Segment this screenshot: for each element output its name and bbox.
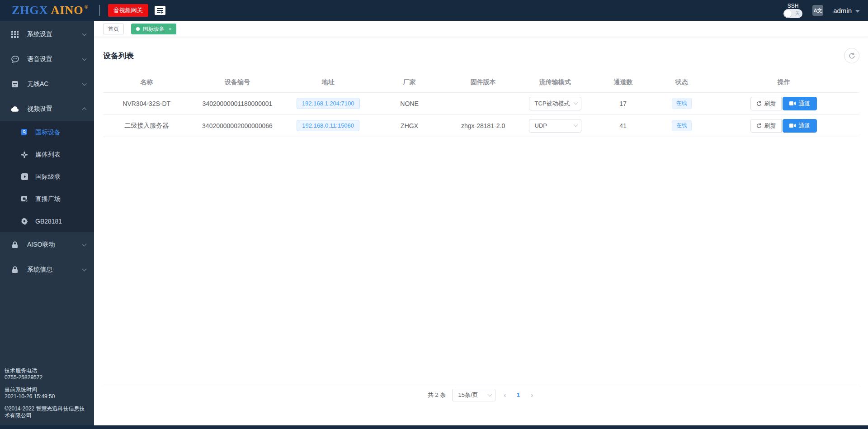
sidebar-item-system-settings[interactable]: 系统设置 [0, 22, 94, 47]
user-menu[interactable]: admin [833, 7, 860, 14]
gb-device-icon [21, 129, 28, 136]
next-page-button[interactable]: › [529, 389, 535, 401]
tab-gb-devices[interactable]: 国标设备 × [131, 24, 176, 34]
brand-logo: ZHGX AINO ® [12, 4, 89, 17]
username: admin [833, 7, 852, 14]
channel-count-cell: 17 [591, 92, 655, 114]
bottom-strip [0, 425, 868, 429]
table-row: 二级接入服务器 34020000002000000066 192.168.0.1… [103, 114, 859, 137]
empty-space [103, 137, 859, 384]
refresh-icon [756, 123, 762, 129]
chevron-down-icon [573, 123, 578, 127]
page-number-1[interactable]: 1 [514, 389, 523, 401]
col-header-vendor: 厂家 [372, 72, 447, 92]
active-tab-dot-icon [136, 27, 140, 31]
tab-home[interactable]: 首页 [103, 24, 124, 34]
vendor-cell: NONE [372, 92, 447, 114]
sidebar-item-system-info[interactable]: 系统信息 [0, 257, 94, 282]
col-header-channels: 通道数 [591, 72, 655, 92]
video-settings-submenu: 国标设备 媒体列表 [0, 121, 94, 232]
copyright-text: ©2014-2022 智慧光迅科技信息技术有限公司 [5, 405, 90, 419]
wireless-ac-icon [11, 80, 19, 88]
cloud-icon [11, 105, 19, 113]
chevron-down-icon [82, 267, 87, 271]
page-size-select[interactable]: 15条/页 [452, 389, 495, 401]
channel-button-label: 通道 [798, 122, 810, 130]
system-time-label: 当前系统时间 [5, 386, 90, 393]
channel-count-cell: 41 [591, 114, 655, 137]
sidebar-item-live-plaza[interactable]: 直播广场 [0, 188, 94, 210]
device-table: 名称 设备编号 地址 厂家 固件版本 流传输模式 通道数 状态 操作 NVR30… [103, 72, 859, 137]
sidebar-item-label: 视频设置 [27, 105, 83, 113]
registered-mark: ® [84, 4, 88, 10]
sidebar-item-media-list[interactable]: 媒体列表 [0, 143, 94, 166]
lock-icon [11, 266, 19, 274]
ssh-toggle[interactable]: 关 [783, 9, 802, 18]
sidebar-item-video-settings[interactable]: 视频设置 [0, 96, 94, 121]
channel-button[interactable]: 通道 [783, 119, 817, 133]
prev-page-button[interactable]: ‹ [502, 389, 508, 401]
sidebar-item-label: 系统信息 [27, 266, 83, 274]
vendor-cell: ZHGX [372, 114, 447, 137]
page-size-value: 15条/页 [458, 391, 478, 399]
sidebar-item-gb28181[interactable]: GB28181 [0, 210, 94, 232]
address-link[interactable]: 192.168.0.11:15060 [297, 120, 359, 131]
col-header-operations: 操作 [708, 72, 859, 92]
col-header-address: 地址 [285, 72, 372, 92]
sidebar-item-wireless-ac[interactable]: 无线AC [0, 72, 94, 96]
top-bar: ZHGX AINO ® 音视频网关 SSH 关 A文 admin [0, 0, 868, 21]
language-icon[interactable]: A文 [812, 5, 823, 16]
service-phone-label: 技术服务电话 [5, 367, 90, 374]
main-content: 首页 国标设备 × 设备列表 [94, 21, 868, 425]
device-name-cell: NVR304-32S-DT [103, 92, 190, 114]
tab-label: 国标设备 [143, 25, 165, 33]
sidebar-item-label: 语音设置 [27, 55, 83, 63]
address-link[interactable]: 192.168.1.204:7100 [297, 98, 360, 109]
lock-icon [11, 241, 19, 249]
pagination: 共 2 条 15条/页 ‹ 1 › [103, 384, 859, 425]
log-list-icon[interactable] [155, 6, 165, 15]
header-divider [99, 5, 100, 16]
refresh-page-button[interactable] [844, 48, 859, 63]
stream-mode-select[interactable]: TCP被动模式 [529, 97, 581, 110]
sidebar-menu: 系统设置 语音设置 [0, 21, 94, 282]
voice-chat-icon [11, 55, 19, 63]
device-list-page: 设备列表 名称 设备编号 地址 [94, 37, 868, 425]
logo-part-blue: ZHGX [12, 4, 48, 17]
sidebar-item-voice-settings[interactable]: 语音设置 [0, 47, 94, 72]
device-name-cell: 二级接入服务器 [103, 114, 190, 137]
media-list-icon [21, 151, 28, 158]
sidebar-item-gb-devices[interactable]: 国标设备 [0, 121, 94, 143]
ssh-toggle-block: SSH 关 [783, 3, 802, 18]
table-row: NVR304-32S-DT 34020000001180000001 192.1… [103, 92, 859, 114]
col-header-firmware: 固件版本 [447, 72, 519, 92]
system-time-value: 2021-10-26 15:49:50 [5, 393, 90, 400]
sidebar-item-aiso-linkage[interactable]: AISO联动 [0, 232, 94, 257]
sidebar-item-label: 直播广场 [35, 195, 61, 203]
grid-icon [11, 30, 19, 38]
chevron-down-icon [855, 10, 860, 13]
sidebar-item-international-cascade[interactable]: 国际级联 [0, 166, 94, 188]
channel-button[interactable]: 通道 [783, 97, 817, 110]
stream-mode-value: TCP被动模式 [535, 100, 570, 108]
sidebar-item-label: 媒体列表 [35, 151, 61, 159]
service-phone-value: 0755-25829572 [5, 374, 90, 381]
gear-icon [21, 218, 28, 225]
status-badge: 在线 [672, 98, 692, 109]
logo-part-orange: AINO [51, 4, 84, 17]
stream-mode-value: UDP [535, 122, 547, 129]
close-icon[interactable]: × [169, 26, 171, 32]
refresh-device-button[interactable]: 刷新 [750, 119, 782, 133]
chevron-down-icon [488, 392, 492, 396]
refresh-device-button[interactable]: 刷新 [750, 97, 782, 110]
stream-mode-select[interactable]: UDP [529, 119, 581, 133]
sidebar-item-label: 国际级联 [35, 173, 61, 181]
sidebar-item-label: 无线AC [27, 80, 83, 88]
col-header-status: 状态 [655, 72, 708, 92]
refresh-icon [756, 101, 762, 106]
total-count-label: 共 2 条 [428, 389, 446, 401]
cascade-icon [21, 173, 28, 181]
sidebar-item-label: 国标设备 [35, 129, 61, 137]
av-gateway-button[interactable]: 音视频网关 [108, 4, 148, 17]
device-id-cell: 34020000001180000001 [190, 92, 284, 114]
